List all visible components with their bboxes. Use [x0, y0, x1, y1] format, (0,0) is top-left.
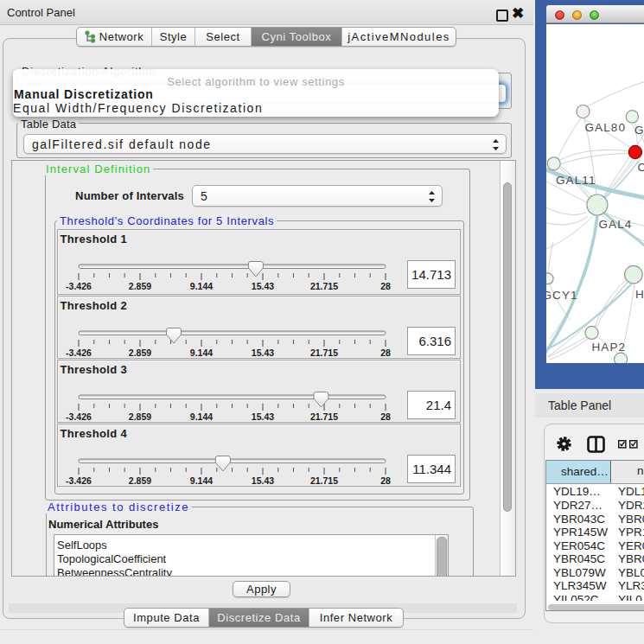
svg-text:-3.426: -3.426 [66, 475, 92, 486]
svg-text:2.859: 2.859 [129, 281, 151, 291]
svg-text:15.43: 15.43 [252, 475, 274, 486]
svg-text:28: 28 [380, 348, 391, 358]
svg-text:GAL4: GAL4 [599, 218, 633, 231]
svg-text:C: C [638, 161, 644, 174]
svg-text:GAL80: GAL80 [585, 121, 627, 134]
svg-text:9.144: 9.144 [190, 281, 213, 291]
svg-text:HAP2: HAP2 [592, 341, 627, 354]
svg-text:15.43: 15.43 [252, 281, 274, 291]
svg-text:GA: GA [634, 124, 644, 137]
svg-text:9.144: 9.144 [190, 411, 213, 422]
svg-text:9.144: 9.144 [190, 348, 213, 358]
svg-text:15.43: 15.43 [252, 411, 274, 422]
svg-text:9.144: 9.144 [190, 475, 213, 486]
svg-text:2.859: 2.859 [129, 475, 151, 486]
svg-text:-3.426: -3.426 [66, 281, 92, 291]
svg-text:GAL11: GAL11 [556, 174, 596, 187]
svg-text:28: 28 [380, 281, 391, 291]
svg-text:H: H [635, 288, 644, 301]
svg-text:21.715: 21.715 [310, 281, 338, 291]
svg-text:21.715: 21.715 [310, 475, 338, 486]
svg-text:GCY1: GCY1 [546, 289, 578, 302]
svg-text:15.43: 15.43 [252, 348, 274, 358]
svg-text:21.715: 21.715 [310, 411, 338, 422]
svg-text:2.859: 2.859 [129, 348, 151, 358]
svg-text:28: 28 [380, 411, 391, 422]
svg-text:28: 28 [380, 475, 391, 486]
svg-text:-3.426: -3.426 [66, 411, 92, 422]
svg-text:-3.426: -3.426 [66, 348, 92, 358]
svg-text:21.715: 21.715 [310, 348, 338, 358]
svg-text:2.859: 2.859 [129, 411, 151, 422]
